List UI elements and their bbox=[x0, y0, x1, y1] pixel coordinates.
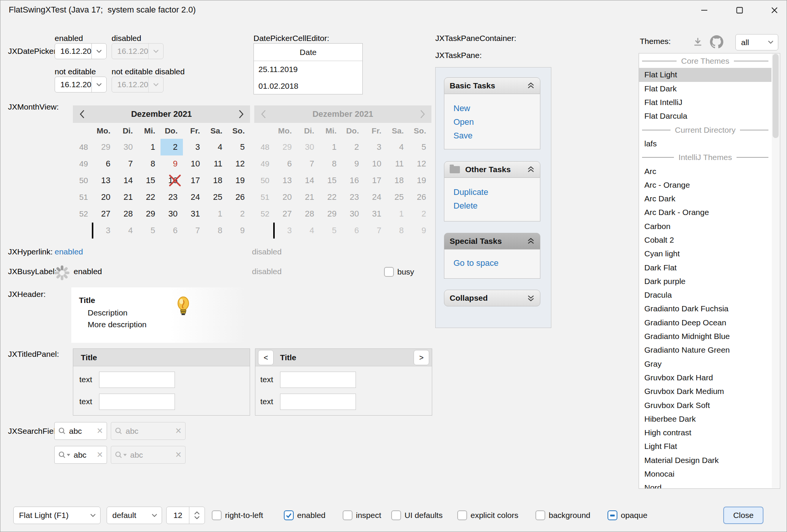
taskpane-header[interactable]: Basic Tasks bbox=[444, 77, 540, 94]
theme-list-item[interactable]: Current Directory bbox=[639, 123, 771, 137]
busy-checkbox[interactable]: busy bbox=[384, 263, 414, 281]
calendar-day[interactable]: 27 bbox=[93, 206, 116, 222]
close-button[interactable]: Close bbox=[723, 507, 763, 524]
calendar-day[interactable] bbox=[73, 222, 93, 239]
calendar-day[interactable]: 30 bbox=[161, 206, 183, 222]
theme-list-item[interactable]: Arc - Orange bbox=[639, 178, 771, 192]
text-input[interactable] bbox=[280, 394, 356, 410]
datepicker-enabled[interactable]: 16.12.2021 bbox=[55, 43, 107, 59]
calendar-day[interactable]: 9 bbox=[161, 155, 183, 172]
calendar-day[interactable]: 51 bbox=[73, 189, 93, 206]
next-month-button[interactable] bbox=[232, 105, 250, 123]
checkbox-box[interactable] bbox=[457, 510, 467, 520]
theme-list-item[interactable]: Carbon bbox=[639, 220, 771, 233]
calendar-day[interactable]: 4 bbox=[116, 222, 138, 239]
search-input[interactable]: abc bbox=[70, 450, 97, 460]
theme-list-item[interactable]: Dark Flat bbox=[639, 261, 771, 274]
spinner-buttons[interactable] bbox=[189, 507, 205, 524]
checkbox-box[interactable] bbox=[608, 510, 617, 520]
checkbox-box[interactable] bbox=[384, 267, 394, 277]
previous-month-button[interactable] bbox=[73, 105, 91, 123]
calendar-day[interactable]: 7 bbox=[183, 222, 205, 239]
text-input[interactable] bbox=[280, 372, 356, 388]
titled-panel-prev-button[interactable]: < bbox=[258, 350, 274, 365]
collapse-icon[interactable] bbox=[527, 238, 535, 245]
checkbox-ui-defaults[interactable]: UI defaults bbox=[391, 507, 442, 524]
theme-list-item[interactable]: High contrast bbox=[639, 426, 771, 439]
titled-panel-next-button[interactable]: > bbox=[414, 350, 429, 365]
calendar-day[interactable]: 8 bbox=[138, 155, 161, 172]
calendar-day[interactable]: 25 bbox=[205, 189, 228, 206]
theme-list-item[interactable]: Gray bbox=[639, 357, 771, 371]
task-link[interactable]: Open bbox=[453, 115, 540, 129]
collapse-icon[interactable] bbox=[527, 166, 535, 173]
calendar-day[interactable]: 2 bbox=[228, 206, 250, 222]
calendar-day[interactable]: 50 bbox=[73, 172, 93, 189]
theme-list-item[interactable]: lafs bbox=[639, 137, 771, 151]
task-link[interactable]: Save bbox=[453, 129, 540, 143]
calendar-day[interactable]: 15 bbox=[138, 172, 161, 189]
checkbox-right-to-left[interactable]: right-to-left bbox=[212, 507, 263, 524]
maximize-button[interactable] bbox=[727, 1, 752, 19]
checkbox-opaque[interactable]: opaque bbox=[608, 507, 647, 524]
search-input[interactable]: abc bbox=[66, 427, 97, 436]
theme-list-item[interactable]: Monocai bbox=[639, 467, 771, 481]
calendar-day[interactable]: 17 bbox=[183, 172, 205, 189]
theme-list-item[interactable]: Arc Dark - Orange bbox=[639, 206, 771, 219]
spinner-up-icon[interactable] bbox=[194, 512, 200, 515]
checkbox-explicit-colors[interactable]: explicit colors bbox=[457, 507, 518, 524]
search-dropdown-icon[interactable] bbox=[67, 454, 70, 456]
text-input[interactable] bbox=[99, 394, 175, 410]
download-icon[interactable] bbox=[693, 37, 703, 47]
theme-list-item[interactable]: Arc bbox=[639, 164, 771, 178]
themes-filter-combobox[interactable]: all bbox=[735, 34, 778, 50]
taskpane-header[interactable]: Special Tasks bbox=[444, 233, 540, 250]
hyperlink-enabled[interactable]: enabled bbox=[55, 247, 83, 256]
github-icon[interactable] bbox=[710, 35, 724, 49]
calendar-day[interactable]: 12 bbox=[228, 155, 250, 172]
checkbox-box[interactable] bbox=[284, 510, 294, 520]
calendar-day[interactable]: 23 bbox=[161, 189, 183, 206]
checkbox-box[interactable] bbox=[343, 510, 353, 520]
task-link[interactable]: Go to space bbox=[453, 256, 540, 270]
calendar-day[interactable]: 5 bbox=[228, 139, 250, 155]
calendar-day[interactable]: 29 bbox=[138, 206, 161, 222]
calendar-day[interactable]: 52 bbox=[73, 206, 93, 222]
calendar-day[interactable]: 8 bbox=[205, 222, 228, 239]
calendar-day[interactable]: 48 bbox=[73, 139, 93, 155]
clear-icon[interactable]: × bbox=[97, 450, 103, 460]
calendar-day[interactable]: 28 bbox=[116, 206, 138, 222]
close-window-button[interactable] bbox=[762, 1, 787, 19]
theme-list-item[interactable]: Arc Dark bbox=[639, 192, 771, 206]
search-field-dropdown-enabled[interactable]: abc × bbox=[54, 446, 107, 464]
theme-list-item[interactable]: Material Design Dark bbox=[639, 454, 771, 467]
theme-list-item[interactable]: Gradianto Deep Ocean bbox=[639, 316, 771, 330]
checkbox-box[interactable] bbox=[391, 510, 401, 520]
scrollbar-thumb[interactable] bbox=[773, 54, 779, 138]
calendar-day[interactable]: 10 bbox=[183, 155, 205, 172]
calendar-day[interactable]: 7 bbox=[116, 155, 138, 172]
theme-list-item[interactable]: Core Themes bbox=[639, 54, 771, 68]
theme-list-item[interactable]: Gruvbox Dark Hard bbox=[639, 371, 771, 384]
font-size-spinner[interactable]: 12 bbox=[166, 507, 205, 524]
calendar-day[interactable]: 26 bbox=[228, 189, 250, 206]
table-row[interactable]: 25.11.2019 bbox=[254, 61, 362, 78]
calendar-day[interactable]: 1 bbox=[138, 139, 161, 155]
calendar-day[interactable]: 6 bbox=[161, 222, 183, 239]
collapse-icon[interactable] bbox=[527, 82, 535, 89]
calendar-day[interactable]: 21 bbox=[116, 189, 138, 206]
theme-list-item[interactable]: Flat Light bbox=[639, 68, 771, 82]
calendar-day[interactable]: 22 bbox=[138, 189, 161, 206]
theme-list-item[interactable]: Flat IntelliJ bbox=[639, 96, 771, 109]
task-link[interactable]: New bbox=[453, 102, 540, 115]
theme-list-item[interactable]: Dracula bbox=[639, 288, 771, 302]
theme-list-item[interactable]: Flat Darcula bbox=[639, 109, 771, 123]
search-field-enabled[interactable]: abc × bbox=[54, 422, 107, 440]
calendar-day[interactable]: 20 bbox=[93, 189, 116, 206]
calendar-day[interactable]: 30 bbox=[116, 139, 138, 155]
calendar-day[interactable]: 2 bbox=[161, 139, 183, 155]
calendar-day[interactable]: 29 bbox=[93, 139, 116, 155]
theme-list-item[interactable]: Nord bbox=[639, 481, 771, 489]
checkbox-inspect[interactable]: inspect bbox=[343, 507, 381, 524]
calendar-day[interactable]: 3 bbox=[93, 222, 116, 239]
